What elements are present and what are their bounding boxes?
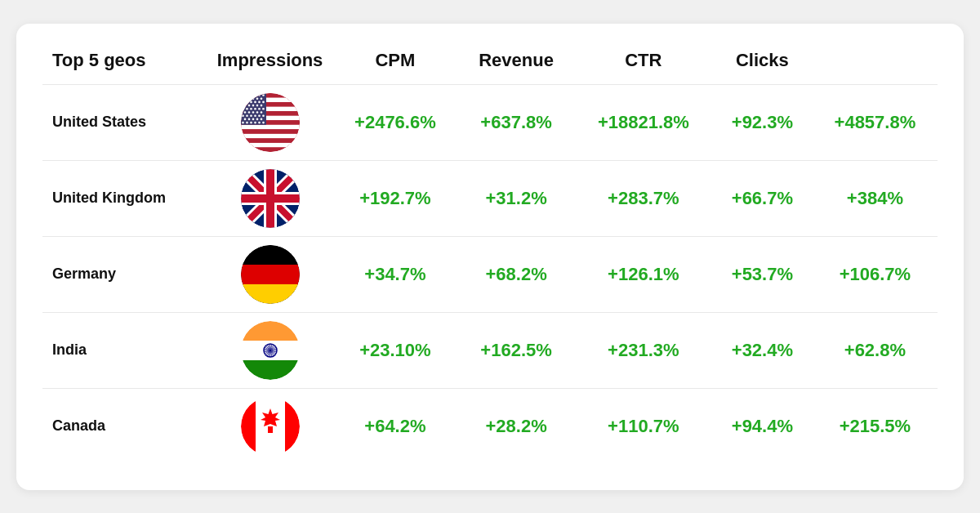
svg-point-88 [269, 349, 271, 351]
svg-point-58 [256, 118, 258, 120]
cpm-cell: +28.2% [457, 388, 574, 464]
percentage-value: +92.3% [732, 112, 793, 132]
svg-point-31 [258, 100, 261, 103]
country-name-cell: Germany [42, 236, 207, 312]
flag-icon [241, 93, 300, 152]
col-header-ctr: CTR [575, 43, 712, 85]
svg-point-24 [252, 97, 254, 100]
percentage-value: +23.10% [359, 340, 430, 360]
svg-point-56 [247, 118, 250, 120]
svg-point-63 [254, 121, 256, 123]
svg-point-65 [262, 121, 265, 123]
svg-point-39 [246, 108, 248, 110]
table-row: United Kingdom +192.7%+31.2%+283.7%+66.7… [42, 160, 938, 236]
svg-point-64 [258, 121, 261, 123]
svg-point-37 [260, 104, 262, 106]
cpm-cell: +68.2% [457, 236, 574, 312]
svg-point-45 [247, 111, 250, 114]
revenue-cell: +110.7% [575, 388, 712, 464]
percentage-value: +283.7% [608, 188, 679, 208]
revenue-cell: +18821.8% [575, 84, 712, 160]
cpm-cell: +162.5% [457, 312, 574, 388]
svg-point-29 [250, 100, 252, 103]
flag-cell [207, 160, 333, 236]
country-name-label: India [52, 341, 87, 358]
svg-rect-86 [241, 360, 300, 380]
svg-point-43 [262, 108, 265, 110]
clicks-cell: +62.8% [813, 312, 938, 388]
svg-rect-115 [241, 397, 256, 456]
svg-point-20 [258, 94, 261, 96]
percentage-value: +94.4% [732, 416, 793, 436]
col-header-impressions: Impressions [207, 43, 333, 85]
flag-icon [241, 169, 300, 228]
svg-point-32 [262, 100, 265, 103]
col-header-clicks: Clicks [712, 43, 813, 85]
clicks-cell: +106.7% [813, 236, 938, 312]
svg-point-27 [242, 100, 244, 103]
country-name-label: United Kingdom [52, 190, 166, 206]
svg-point-17 [246, 94, 248, 96]
svg-point-57 [252, 118, 254, 120]
country-name-cell: United Kingdom [42, 160, 207, 236]
ctr-cell: +53.7% [712, 236, 813, 312]
impressions-cell: +23.10% [332, 312, 457, 388]
flag-cell [207, 84, 333, 160]
table-row: United States [42, 84, 938, 160]
svg-point-35 [252, 104, 254, 106]
flag-icon [241, 397, 300, 456]
svg-rect-3 [241, 97, 300, 102]
percentage-value: +62.8% [844, 340, 906, 360]
ctr-cell: +32.4% [712, 312, 813, 388]
country-name-cell: United States [42, 84, 207, 160]
impressions-cell: +64.2% [332, 388, 457, 464]
impressions-cell: +34.7% [332, 236, 457, 312]
table-row: India +23.10%+162.5%+231.3%+32.4%+62.8% [42, 312, 938, 388]
percentage-value: +34.7% [364, 264, 425, 284]
svg-point-50 [246, 114, 248, 117]
svg-point-34 [247, 104, 250, 106]
clicks-cell: +4857.8% [813, 84, 938, 160]
percentage-value: +192.7% [359, 188, 430, 208]
svg-rect-81 [241, 284, 300, 304]
ctr-cell: +94.4% [712, 388, 813, 464]
country-name-cell: India [42, 312, 207, 388]
svg-rect-9 [241, 124, 300, 129]
svg-point-46 [252, 111, 254, 114]
svg-rect-116 [285, 397, 300, 456]
svg-rect-12 [241, 138, 300, 143]
svg-point-22 [243, 97, 246, 100]
svg-rect-80 [241, 265, 300, 284]
svg-rect-10 [241, 129, 300, 134]
percentage-value: +66.7% [732, 188, 793, 208]
impressions-cell: +2476.6% [332, 84, 457, 160]
country-name-label: Germany [52, 265, 116, 282]
flag-cell [207, 312, 333, 388]
flag-cell [207, 388, 333, 464]
percentage-value: +384% [847, 188, 903, 208]
svg-rect-11 [241, 133, 300, 138]
svg-point-51 [250, 114, 252, 117]
svg-point-21 [262, 94, 265, 96]
svg-point-55 [243, 118, 246, 120]
percentage-value: +64.2% [364, 416, 425, 436]
svg-rect-2 [241, 93, 300, 98]
percentage-value: +2476.6% [354, 112, 436, 132]
country-name-label: United States [52, 114, 146, 130]
percentage-value: +68.2% [485, 264, 546, 284]
percentage-value: +4857.8% [835, 112, 916, 132]
table-row: Germany +34.7%+68.2%+126.1%+53.7%+106.7% [42, 236, 938, 312]
svg-point-28 [246, 100, 248, 103]
revenue-cell: +126.1% [575, 236, 712, 312]
svg-point-48 [260, 111, 262, 114]
revenue-cell: +231.3% [575, 312, 712, 388]
svg-rect-13 [241, 142, 300, 147]
revenue-cell: +283.7% [575, 160, 712, 236]
svg-point-60 [242, 121, 244, 123]
percentage-value: +106.7% [840, 264, 911, 284]
percentage-value: +28.2% [485, 416, 546, 436]
percentage-value: +18821.8% [598, 112, 689, 132]
flag-icon [241, 245, 300, 304]
svg-point-42 [258, 108, 261, 110]
main-card: Top 5 geos Impressions CPM Revenue CTR C… [16, 24, 964, 490]
